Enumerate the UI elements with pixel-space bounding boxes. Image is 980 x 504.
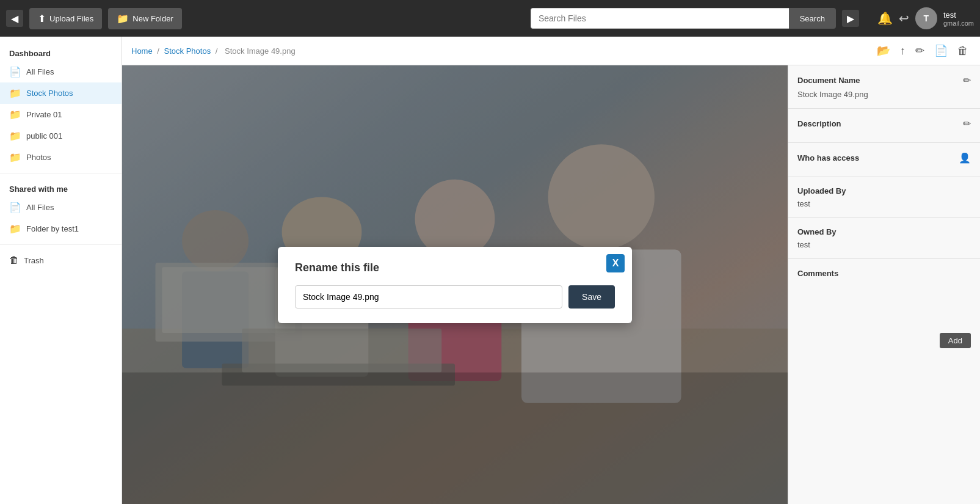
save-btn-label: Save (582, 292, 601, 302)
stock-photos-label: Stock Photos (26, 89, 73, 98)
upload-files-label: Upload Files (49, 14, 93, 23)
image-preview: Rename this file X Save (122, 65, 788, 504)
new-folder-button[interactable]: 📁 New Folder (108, 8, 181, 29)
uploaded-by-section: Uploaded By test (788, 177, 980, 218)
breadcrumb-stock-photos[interactable]: Stock Photos (164, 46, 211, 56)
shared-all-files-label: All Files (26, 203, 54, 212)
modal-save-button[interactable]: Save (568, 285, 615, 309)
avatar: T (915, 7, 937, 29)
username: test (943, 10, 974, 20)
sidebar-item-private01[interactable]: 📁 Private 01 (0, 104, 122, 125)
notifications-icon[interactable]: 🔔 (877, 11, 893, 26)
modal-overlay: Rename this file X Save (122, 65, 788, 504)
file-actions: 📂 ↑ ✏ 📄 🗑 (874, 43, 971, 59)
sidebar-item-photos[interactable]: 📁 Photos (0, 147, 122, 168)
owned-by-label: Owned By (797, 227, 837, 236)
shared-all-files-icon: 📄 (9, 202, 21, 213)
description-section: Description ✏ (788, 109, 980, 143)
description-edit-button[interactable]: ✏ (963, 118, 971, 130)
modal-close-button[interactable]: X (606, 254, 625, 272)
who-has-access-edit-button[interactable]: 👤 (959, 152, 971, 164)
upload-files-button[interactable]: ⬆ Upload Files (29, 8, 102, 29)
private01-icon: 📁 (9, 109, 21, 120)
all-files-icon: 📄 (9, 66, 21, 78)
breadcrumb-home[interactable]: Home (131, 46, 153, 56)
breadcrumb-sep1: / (157, 46, 161, 56)
breadcrumb: Home / Stock Photos / Stock Image 49.png (131, 46, 298, 56)
right-panel: Document Name ✏ Stock Image 49.png Descr… (788, 65, 980, 504)
photos-label: Photos (26, 153, 51, 162)
sidebar: Dashboard 📄 All Files 📁 Stock Photos 📁 P… (0, 37, 122, 504)
info-file-button[interactable]: 📄 (932, 43, 950, 59)
user-info: 🔔 ↩ T test gmail.com (877, 7, 974, 29)
shared-with-me-label: Shared with me (0, 178, 122, 197)
breadcrumb-sep2: / (216, 46, 220, 56)
logout-icon[interactable]: ↩ (899, 11, 909, 26)
add-comment-button[interactable]: Add (940, 333, 971, 348)
comments-label: Comments (797, 269, 838, 278)
dashboard-label: Dashboard (0, 43, 122, 61)
main-content: Dashboard 📄 All Files 📁 Stock Photos 📁 P… (0, 37, 980, 504)
upload-icon: ⬆ (38, 13, 46, 24)
modal-body: Save (295, 285, 615, 309)
search-area: Search (531, 8, 836, 29)
user-email: gmail.com (943, 20, 974, 27)
content-area: Home / Stock Photos / Stock Image 49.png… (122, 37, 980, 504)
owned-by-section: Owned By test (788, 218, 980, 259)
move-file-button[interactable]: 📂 (874, 43, 893, 59)
uploaded-by-label: Uploaded By (797, 186, 846, 195)
document-name-label: Document Name (797, 76, 860, 85)
folder-by-test1-label: Folder by test1 (26, 224, 79, 233)
all-files-label: All Files (26, 67, 54, 76)
sidebar-divider (0, 173, 122, 173)
public001-label: public 001 (26, 131, 62, 141)
breadcrumb-bar: Home / Stock Photos / Stock Image 49.png… (122, 37, 980, 65)
public001-icon: 📁 (9, 130, 21, 142)
search-input[interactable] (531, 8, 789, 29)
description-label: Description (797, 119, 841, 128)
sidebar-collapse-btn[interactable]: ◀ (6, 10, 23, 27)
sidebar-item-folder-by-test1[interactable]: 📁 Folder by test1 (0, 218, 122, 239)
search-button[interactable]: Search (789, 8, 836, 29)
modal-title: Rename this file (295, 261, 615, 274)
new-folder-label: New Folder (132, 14, 173, 23)
new-folder-icon: 📁 (117, 13, 129, 24)
document-name-section: Document Name ✏ Stock Image 49.png (788, 65, 980, 109)
rename-modal: Rename this file X Save (278, 247, 632, 323)
trash-label: Trash (24, 256, 44, 265)
breadcrumb-current-file: Stock Image 49.png (225, 46, 296, 56)
private01-label: Private 01 (26, 110, 62, 119)
document-name-edit-button[interactable]: ✏ (963, 75, 971, 86)
share-file-button[interactable]: ↑ (898, 43, 908, 59)
sidebar-item-stock-photos[interactable]: 📁 Stock Photos (0, 82, 122, 104)
rename-input[interactable] (295, 285, 562, 309)
edit-file-button[interactable]: ✏ (913, 43, 927, 59)
uploaded-by-value: test (797, 199, 971, 208)
photos-icon: 📁 (9, 152, 21, 163)
search-btn-label: Search (800, 14, 825, 23)
sidebar-item-trash[interactable]: 🗑 Trash (0, 250, 122, 271)
avatar-initials: T (924, 13, 929, 23)
right-collapse-btn[interactable]: ▶ (842, 10, 859, 27)
who-has-access-section: Who has access 👤 (788, 143, 980, 177)
folder-by-test1-icon: 📁 (9, 223, 21, 235)
document-name-value: Stock Image 49.png (797, 90, 971, 99)
stock-photos-icon: 📁 (9, 87, 21, 99)
comments-section: Comments Add (788, 259, 980, 336)
sidebar-item-all-files[interactable]: 📄 All Files (0, 61, 122, 82)
who-has-access-label: Who has access (797, 153, 859, 163)
sidebar-item-public001[interactable]: 📁 public 001 (0, 125, 122, 147)
trash-icon: 🗑 (9, 255, 19, 266)
owned-by-value: test (797, 240, 971, 249)
delete-file-button[interactable]: 🗑 (955, 43, 971, 59)
sidebar-divider-2 (0, 244, 122, 245)
sidebar-item-shared-all-files[interactable]: 📄 All Files (0, 197, 122, 218)
topbar: ◀ ⬆ Upload Files 📁 New Folder Search ▶ 🔔… (0, 0, 980, 37)
add-btn-label: Add (948, 336, 962, 345)
